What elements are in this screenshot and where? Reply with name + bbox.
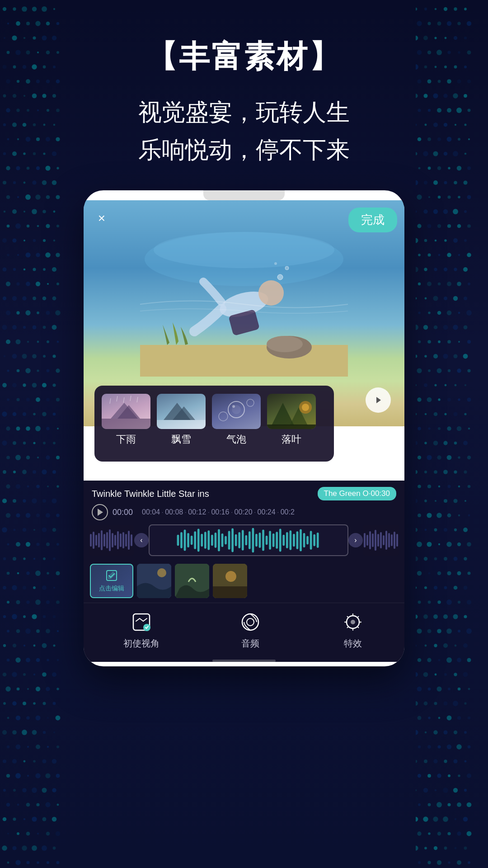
svg-point-6 [285,266,289,270]
svg-point-120 [351,620,355,624]
audio-badge: The Green O·00:30 [318,487,396,500]
effects-panel: 下雨 [94,386,334,462]
svg-rect-83 [279,529,282,552]
svg-point-117 [242,614,258,630]
svg-rect-106 [394,532,395,549]
timeline-markers: 00:00 00:04 · 00:08 · 00:12 · 00:16 · 00… [84,500,404,522]
svg-rect-55 [184,530,186,551]
effect-item-leaf[interactable]: 落叶 [267,394,316,446]
svg-rect-99 [375,530,376,551]
svg-rect-45 [112,533,113,547]
effect-item-rain[interactable]: 下雨 [102,394,150,446]
svg-rect-44 [109,529,111,551]
svg-rect-58 [194,532,196,550]
effect-item-bubble[interactable]: 气泡 [212,394,261,446]
waveform-prev[interactable]: ‹ [134,533,149,547]
svg-rect-92 [310,531,312,550]
svg-rect-50 [125,534,127,547]
svg-rect-85 [286,532,288,548]
svg-rect-53 [177,535,179,546]
svg-rect-54 [180,532,183,548]
play-button[interactable] [92,504,108,520]
clip-edit-item[interactable]: 点击编辑 [90,564,133,598]
effects-icon [341,610,365,634]
svg-rect-66 [221,533,224,547]
svg-rect-59 [197,529,200,552]
svg-rect-103 [385,531,387,550]
toolbar-item-effects[interactable]: 特效 [341,610,365,650]
svg-rect-41 [101,530,103,550]
svg-rect-86 [290,531,292,550]
svg-point-31 [247,399,254,406]
svg-rect-88 [296,532,299,550]
svg-rect-67 [225,536,227,545]
svg-rect-56 [187,533,189,547]
music-icon [239,610,262,634]
svg-point-118 [247,618,254,626]
svg-rect-78 [262,530,264,551]
svg-point-10 [267,336,303,352]
audio-header: Twinkle Twinkle Little Star ins The Gree… [84,487,404,500]
svg-rect-42 [103,534,105,547]
svg-rect-21 [157,420,206,429]
svg-rect-97 [369,531,371,549]
effects-label: 特效 [344,637,362,650]
svg-rect-94 [317,533,319,548]
svg-marker-32 [272,403,294,425]
waveform-left [89,525,134,556]
svg-line-18 [137,397,138,402]
svg-point-5 [277,274,283,280]
svg-rect-46 [114,535,116,546]
toolbar-item-view[interactable]: 初使视角 [123,610,160,650]
view-label: 初使视角 [123,637,160,650]
waveform-main[interactable] [149,524,348,556]
audio-title: Twinkle Twinkle Little Star ins [92,489,313,499]
svg-rect-60 [201,534,203,547]
video-scene [140,214,348,377]
play-time: 00:00 [113,508,133,517]
svg-rect-107 [396,534,398,547]
svg-rect-40 [98,533,100,547]
svg-rect-39 [95,535,97,546]
svg-rect-38 [93,532,94,549]
effect-item-snow[interactable]: 飘雪 [157,394,206,446]
svg-point-36 [302,404,309,411]
svg-rect-100 [377,534,379,547]
svg-rect-95 [364,533,366,547]
svg-point-7 [274,262,277,265]
svg-rect-81 [272,533,275,547]
waveform-next[interactable]: › [348,533,363,547]
done-button[interactable]: 完成 [348,208,397,232]
svg-rect-77 [259,533,261,548]
svg-rect-74 [249,532,251,550]
svg-rect-47 [117,531,119,549]
svg-rect-68 [228,531,230,550]
svg-rect-71 [238,532,240,548]
svg-rect-101 [380,532,382,548]
audio-section: Twinkle Twinkle Little Star ins The Gree… [84,481,404,662]
svg-rect-37 [90,534,92,547]
svg-rect-8 [140,345,348,377]
svg-rect-51 [128,531,130,550]
svg-line-16 [123,397,124,403]
svg-rect-49 [122,532,124,548]
svg-point-114 [225,571,236,582]
svg-point-3 [258,280,284,306]
clip-thumb-1[interactable] [137,564,171,598]
svg-point-110 [157,568,166,577]
toolbar-item-audio[interactable]: 音频 [239,610,262,650]
svg-rect-102 [383,535,385,545]
svg-rect-72 [242,530,244,551]
clip-thumb-3[interactable] [213,564,247,598]
page-title: 【丰富素材】 [146,36,342,77]
close-button[interactable]: × [92,208,112,228]
svg-rect-65 [218,529,220,552]
svg-rect-57 [191,536,193,545]
svg-rect-80 [269,531,271,550]
svg-rect-75 [252,528,254,553]
clip-thumb-2[interactable] [175,564,209,598]
svg-rect-61 [204,532,206,549]
clip-strip: 点击编辑 [84,562,404,603]
svg-rect-84 [282,535,285,546]
audio-label: 音频 [241,637,259,650]
